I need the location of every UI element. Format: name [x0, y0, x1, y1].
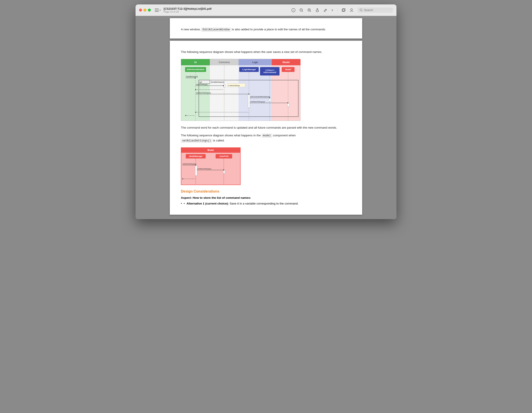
- minimize-button[interactable]: [143, 9, 146, 11]
- svg-line-13: [325, 10, 326, 10]
- page-top-text: A new window, EditAliasesWindow is also …: [181, 27, 351, 32]
- person-icon[interactable]: [350, 8, 353, 12]
- aspect-heading: Aspect: How to store the list of command…: [181, 196, 351, 199]
- svg-marker-54: [185, 115, 186, 116]
- code-setaliassettings: setAliasSettings(): [181, 139, 212, 143]
- design-heading: Design Considerations: [181, 189, 351, 193]
- svg-text:[isValidAliases]: [isValidAliases]: [211, 81, 224, 83]
- pdf-page-top: A new window, EditAliasesWindow is also …: [170, 18, 362, 39]
- svg-text:setAliasSettings(a): setAliasSettings(a): [198, 168, 211, 170]
- search-input[interactable]: [364, 8, 390, 12]
- svg-rect-2: [155, 11, 159, 12]
- zoom-out-icon[interactable]: [299, 8, 303, 12]
- sequence-diagram-1: Ui Commons Logic Model EditAlisesWindow: [181, 59, 351, 121]
- svg-rect-64: [223, 170, 225, 173]
- titlebar: ∨ [CS2103T-T12-3][HobbyList]DG.pdf Page …: [135, 4, 397, 16]
- svg-line-18: [362, 11, 362, 11]
- svg-rect-15: [343, 9, 345, 11]
- pen-icon[interactable]: [323, 8, 327, 12]
- svg-point-16: [351, 9, 352, 10]
- para3: The following sequence diagram shows wha…: [181, 133, 351, 143]
- svg-text:a AliasSettings: a AliasSettings: [228, 85, 240, 87]
- pen-chevron-icon[interactable]: ∨: [331, 8, 333, 12]
- svg-point-17: [360, 9, 362, 11]
- code-model: model: [262, 134, 272, 138]
- pdf-page-main: The following sequence diagram shows wha…: [170, 41, 362, 215]
- title-section: [CS2103T-T12-3][HobbyList]DG.pdf Page 13…: [164, 7, 289, 13]
- svg-text:setAliasSettings(a): setAliasSettings(a): [196, 92, 211, 94]
- share-icon[interactable]: [315, 8, 319, 12]
- svg-text:setAliasSettings(a): setAliasSettings(a): [250, 101, 265, 103]
- page-indicator: Page 13 of 28: [164, 10, 289, 13]
- svg-rect-42: [248, 95, 250, 108]
- code-editaliaseswindow: EditAliasesWindow: [201, 28, 231, 32]
- toolbar-divider: [337, 8, 338, 12]
- diagram-svg: handleSave() opt [isValidAliases] a Alia…: [181, 59, 300, 121]
- window-title: [CS2103T-T12-3][HobbyList]DG.pdf: [164, 7, 289, 10]
- svg-rect-1: [155, 10, 159, 10]
- svg-rect-50: [287, 103, 289, 107]
- svg-line-11: [310, 11, 311, 12]
- svg-rect-33: [224, 85, 225, 87]
- para2: The command word for each command is upd…: [181, 125, 351, 130]
- toolbar: i ∨: [291, 8, 393, 13]
- alt1-item: • Alternative 1 (current choice): Save i…: [181, 201, 351, 206]
- info-icon[interactable]: i: [291, 8, 295, 12]
- svg-rect-46: [269, 98, 271, 101]
- window-resize-icon[interactable]: [342, 8, 346, 12]
- app-window: ∨ [CS2103T-T12-3][HobbyList]DG.pdf Page …: [135, 4, 397, 219]
- svg-marker-66: [182, 178, 183, 179]
- svg-text:setAliasSettings(a): setAliasSettings(a): [182, 163, 196, 165]
- search-box[interactable]: [358, 8, 393, 13]
- model-diagram-svg: setAliasSettings(a) setAliasSettings(a): [181, 148, 240, 185]
- maximize-button[interactable]: [148, 9, 151, 11]
- svg-text:opt: opt: [199, 81, 202, 83]
- search-icon: [360, 9, 363, 11]
- sequence-diagram-2: Model :ModelManager :UserPrefs: [181, 148, 351, 185]
- para1: The following sequence diagram shows wha…: [181, 49, 351, 54]
- content-area: A new window, EditAliasesWindow is also …: [135, 16, 397, 219]
- zoom-in-icon[interactable]: [307, 8, 311, 12]
- svg-text:handleSave(): handleSave(): [186, 76, 198, 78]
- svg-text:AliasSettings(): AliasSettings(): [196, 83, 208, 85]
- traffic-lights: [139, 9, 151, 11]
- svg-rect-0: [155, 9, 159, 9]
- sidebar-toggle-button[interactable]: ∨: [155, 9, 161, 12]
- svg-line-7: [302, 11, 303, 12]
- svg-text:i: i: [293, 9, 294, 11]
- close-button[interactable]: [139, 9, 142, 11]
- svg-text:setCommandWord(word): setCommandWord(word): [250, 96, 270, 98]
- svg-rect-60: [195, 166, 197, 176]
